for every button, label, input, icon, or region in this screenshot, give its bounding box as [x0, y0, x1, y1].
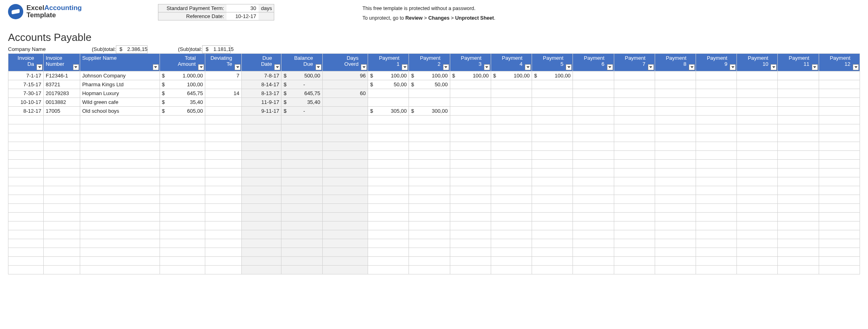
cell-p2[interactable]: $50,00	[409, 80, 450, 89]
cell-bal[interactable]	[281, 150, 322, 159]
cell-dev[interactable]	[205, 230, 242, 239]
filter-button-p12[interactable]	[853, 64, 859, 70]
cell-p4[interactable]	[491, 115, 532, 124]
cell-p10[interactable]	[737, 115, 778, 124]
cell-p11[interactable]	[778, 195, 819, 203]
cell-p11[interactable]	[778, 203, 819, 212]
table-row[interactable]	[8, 159, 860, 168]
filter-button-p2[interactable]	[443, 64, 449, 70]
cell-inv_date[interactable]	[8, 212, 44, 221]
cell-bal[interactable]	[281, 203, 322, 212]
cell-bal[interactable]: $-	[281, 80, 322, 89]
cell-dev[interactable]	[205, 256, 242, 265]
cell-p6[interactable]	[573, 186, 614, 195]
cell-total[interactable]	[160, 133, 205, 142]
cell-p11[interactable]	[778, 265, 819, 274]
filter-button-dev[interactable]	[235, 64, 241, 70]
cell-p6[interactable]	[573, 150, 614, 159]
cell-p2[interactable]	[409, 212, 450, 221]
cell-dev[interactable]: 14	[205, 89, 242, 97]
cell-p1[interactable]	[368, 248, 409, 256]
filter-button-p3[interactable]	[484, 64, 490, 70]
cell-inv_date[interactable]	[8, 168, 44, 177]
cell-p9[interactable]	[696, 115, 737, 124]
cell-p5[interactable]	[532, 230, 573, 239]
column-header-p4[interactable]: Payment4	[491, 53, 532, 71]
cell-p8[interactable]	[655, 142, 696, 150]
cell-due[interactable]	[242, 203, 281, 212]
cell-p6[interactable]	[573, 80, 614, 89]
cell-inv_no[interactable]: F12346-1	[44, 71, 80, 80]
cell-p12[interactable]	[819, 142, 860, 150]
column-header-inv_no[interactable]: InvoiceNumber	[44, 53, 80, 71]
cell-total[interactable]	[160, 115, 205, 124]
cell-p6[interactable]	[573, 221, 614, 230]
cell-p2[interactable]	[409, 159, 450, 168]
cell-p11[interactable]	[778, 89, 819, 97]
filter-button-due[interactable]	[274, 64, 280, 70]
cell-p2[interactable]	[409, 239, 450, 248]
filter-button-p11[interactable]	[812, 64, 818, 70]
cell-p9[interactable]	[696, 142, 737, 150]
cell-p2[interactable]	[409, 248, 450, 256]
cell-p7[interactable]	[614, 142, 655, 150]
cell-p8[interactable]	[655, 106, 696, 115]
cell-inv_date[interactable]	[8, 124, 44, 133]
cell-p8[interactable]	[655, 168, 696, 177]
cell-p9[interactable]	[696, 133, 737, 142]
cell-p6[interactable]	[573, 248, 614, 256]
cell-dev[interactable]	[205, 248, 242, 256]
cell-p2[interactable]	[409, 124, 450, 133]
cell-p10[interactable]	[737, 106, 778, 115]
cell-supplier[interactable]: Pharma Kings Ltd	[80, 80, 160, 89]
cell-p12[interactable]	[819, 177, 860, 186]
filter-button-p9[interactable]	[730, 64, 736, 70]
column-header-inv_date[interactable]: InvoiceDa	[8, 53, 44, 71]
cell-p1[interactable]	[368, 239, 409, 248]
cell-supplier[interactable]: Wild green cafe	[80, 97, 160, 106]
table-row[interactable]	[8, 124, 860, 133]
column-header-p9[interactable]: Payment9	[696, 53, 737, 71]
cell-p7[interactable]	[614, 203, 655, 212]
cell-p12[interactable]	[819, 230, 860, 239]
cell-p1[interactable]: $100,00	[368, 71, 409, 80]
filter-button-inv_date[interactable]	[36, 64, 42, 70]
table-row[interactable]	[8, 133, 860, 142]
cell-p7[interactable]	[614, 212, 655, 221]
cell-inv_no[interactable]	[44, 239, 80, 248]
table-row[interactable]	[8, 177, 860, 186]
cell-inv_no[interactable]	[44, 256, 80, 265]
cell-p1[interactable]	[368, 265, 409, 274]
cell-p10[interactable]	[737, 177, 778, 186]
cell-p6[interactable]	[573, 89, 614, 97]
cell-p9[interactable]	[696, 221, 737, 230]
cell-p12[interactable]	[819, 186, 860, 195]
cell-inv_no[interactable]: 20179283	[44, 89, 80, 97]
cell-p9[interactable]	[696, 80, 737, 89]
cell-overdue[interactable]	[322, 239, 368, 248]
cell-inv_date[interactable]	[8, 186, 44, 195]
cell-p11[interactable]	[778, 256, 819, 265]
cell-p2[interactable]	[409, 150, 450, 159]
cell-p2[interactable]	[409, 230, 450, 239]
cell-p7[interactable]	[614, 265, 655, 274]
cell-p5[interactable]	[532, 124, 573, 133]
cell-p4[interactable]	[491, 265, 532, 274]
table-row[interactable]	[8, 186, 860, 195]
cell-p8[interactable]	[655, 97, 696, 106]
cell-p9[interactable]	[696, 203, 737, 212]
cell-dev[interactable]	[205, 177, 242, 186]
cell-p10[interactable]	[737, 159, 778, 168]
table-row[interactable]	[8, 142, 860, 150]
cell-p7[interactable]	[614, 124, 655, 133]
cell-p7[interactable]	[614, 159, 655, 168]
cell-inv_no[interactable]	[44, 186, 80, 195]
cell-p2[interactable]	[409, 256, 450, 265]
cell-p12[interactable]	[819, 106, 860, 115]
cell-p8[interactable]	[655, 239, 696, 248]
cell-overdue[interactable]	[322, 212, 368, 221]
cell-p3[interactable]	[450, 97, 491, 106]
column-header-overdue[interactable]: DaysOverd	[322, 53, 368, 71]
cell-p12[interactable]	[819, 89, 860, 97]
cell-p2[interactable]: $300,00	[409, 106, 450, 115]
